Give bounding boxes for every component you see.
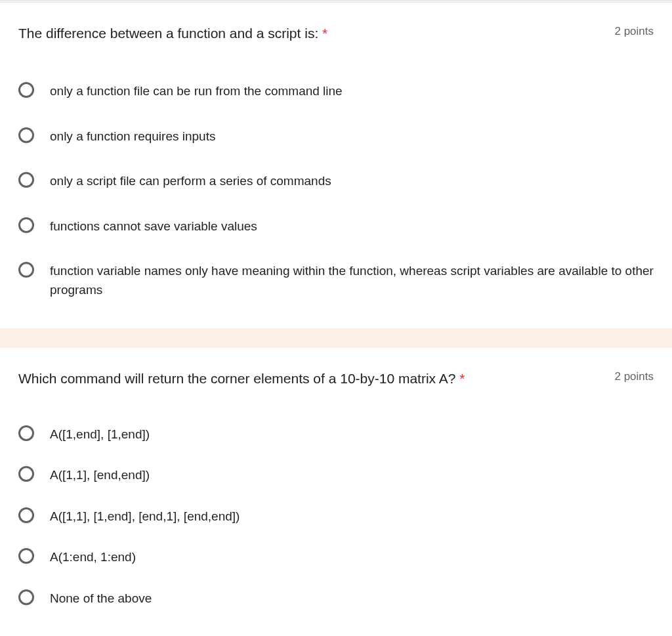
points-label: 2 points bbox=[614, 370, 654, 383]
radio-option[interactable]: None of the above bbox=[18, 582, 654, 616]
points-label: 2 points bbox=[614, 25, 654, 38]
question-header: Which command will return the corner ele… bbox=[18, 369, 654, 388]
radio-icon bbox=[18, 589, 34, 605]
option-label: only a function file can be run from the… bbox=[50, 82, 343, 101]
option-label: functions cannot save variable values bbox=[50, 217, 257, 236]
radio-option[interactable]: A([1,1], [end,end]) bbox=[18, 458, 654, 493]
radio-option[interactable]: functions cannot save variable values bbox=[18, 209, 654, 244]
radio-icon bbox=[18, 425, 34, 441]
radio-icon bbox=[18, 507, 34, 523]
option-label: A([1,1], [1,end], [end,1], [end,end]) bbox=[50, 507, 240, 526]
radio-icon bbox=[18, 172, 34, 188]
question-card-1: The difference between a function and a … bbox=[0, 3, 672, 328]
radio-option[interactable]: only a script file can perform a series … bbox=[18, 164, 654, 199]
radio-icon bbox=[18, 466, 34, 482]
radio-option[interactable]: A([1,end], [1,end]) bbox=[18, 417, 654, 452]
option-label: A([1,1], [end,end]) bbox=[50, 466, 150, 485]
question-title-text: The difference between a function and a … bbox=[18, 26, 318, 41]
radio-icon bbox=[18, 127, 34, 143]
radio-option[interactable]: function variable names only have meanin… bbox=[18, 254, 654, 307]
option-label: only a script file can perform a series … bbox=[50, 172, 331, 191]
required-asterisk: * bbox=[459, 371, 465, 386]
radio-icon bbox=[18, 82, 34, 98]
card-divider bbox=[0, 328, 672, 348]
radio-option[interactable]: A(1:end, 1:end) bbox=[18, 540, 654, 575]
question-title: The difference between a function and a … bbox=[18, 24, 614, 43]
radio-option[interactable]: only a function requires inputs bbox=[18, 119, 654, 154]
question-title-text: Which command will return the corner ele… bbox=[18, 371, 455, 386]
radio-icon bbox=[18, 262, 34, 278]
option-label: None of the above bbox=[50, 589, 152, 608]
option-label: function variable names only have meanin… bbox=[50, 262, 654, 299]
question-card-2: Which command will return the corner ele… bbox=[0, 348, 672, 636]
option-label: A([1,end], [1,end]) bbox=[50, 425, 150, 444]
required-asterisk: * bbox=[322, 26, 327, 41]
option-label: A(1:end, 1:end) bbox=[50, 548, 136, 567]
radio-option[interactable]: only a function file can be run from the… bbox=[18, 74, 654, 109]
question-title: Which command will return the corner ele… bbox=[18, 369, 614, 388]
radio-icon bbox=[18, 217, 34, 233]
radio-option[interactable]: A([1,1], [1,end], [end,1], [end,end]) bbox=[18, 499, 654, 534]
radio-icon bbox=[18, 548, 34, 564]
question-header: The difference between a function and a … bbox=[18, 24, 654, 43]
option-label: only a function requires inputs bbox=[50, 127, 215, 146]
